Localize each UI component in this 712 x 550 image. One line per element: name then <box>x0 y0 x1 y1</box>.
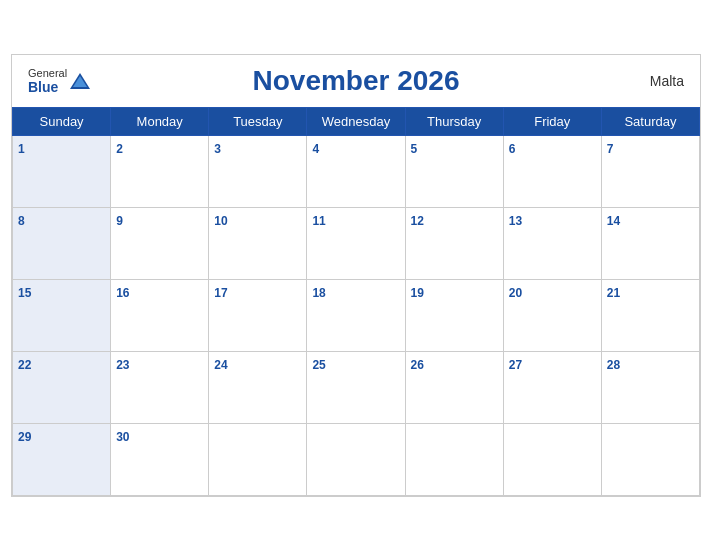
weekday-header-row: Sunday Monday Tuesday Wednesday Thursday… <box>13 107 700 135</box>
calendar-cell: 9 <box>111 207 209 279</box>
calendar-cell: 18 <box>307 279 405 351</box>
calendar-cell: 16 <box>111 279 209 351</box>
calendar-cell: 8 <box>13 207 111 279</box>
calendar-cell: 1 <box>13 135 111 207</box>
calendar-cell: 4 <box>307 135 405 207</box>
calendar-cell <box>405 423 503 495</box>
week-row-5: 2930 <box>13 423 700 495</box>
calendar-cell: 21 <box>601 279 699 351</box>
date-number: 15 <box>18 286 31 300</box>
date-number: 6 <box>509 142 516 156</box>
date-number: 14 <box>607 214 620 228</box>
calendar-cell: 22 <box>13 351 111 423</box>
calendar-cell: 30 <box>111 423 209 495</box>
header-thursday: Thursday <box>405 107 503 135</box>
calendar-cell: 20 <box>503 279 601 351</box>
week-row-4: 22232425262728 <box>13 351 700 423</box>
date-number: 30 <box>116 430 129 444</box>
date-number: 1 <box>18 142 25 156</box>
date-number: 25 <box>312 358 325 372</box>
date-number: 4 <box>312 142 319 156</box>
calendar-cell <box>601 423 699 495</box>
calendar-cell: 28 <box>601 351 699 423</box>
calendar-cell: 24 <box>209 351 307 423</box>
date-number: 9 <box>116 214 123 228</box>
country-label: Malta <box>650 73 684 89</box>
date-number: 23 <box>116 358 129 372</box>
calendar-cell <box>503 423 601 495</box>
date-number: 11 <box>312 214 325 228</box>
month-title: November 2026 <box>252 65 459 97</box>
calendar-cell <box>209 423 307 495</box>
logo-general: General <box>28 67 67 79</box>
calendar-cell <box>307 423 405 495</box>
calendar-cell: 15 <box>13 279 111 351</box>
date-number: 7 <box>607 142 614 156</box>
calendar-cell: 3 <box>209 135 307 207</box>
date-number: 24 <box>214 358 227 372</box>
date-number: 29 <box>18 430 31 444</box>
calendar-cell: 12 <box>405 207 503 279</box>
calendar-cell: 26 <box>405 351 503 423</box>
calendar-cell: 14 <box>601 207 699 279</box>
calendar-cell: 7 <box>601 135 699 207</box>
calendar-container: General Blue November 2026 Malta Sunday … <box>11 54 701 497</box>
header-tuesday: Tuesday <box>209 107 307 135</box>
date-number: 19 <box>411 286 424 300</box>
header-monday: Monday <box>111 107 209 135</box>
week-row-3: 15161718192021 <box>13 279 700 351</box>
date-number: 20 <box>509 286 522 300</box>
date-number: 3 <box>214 142 221 156</box>
header-sunday: Sunday <box>13 107 111 135</box>
date-number: 13 <box>509 214 522 228</box>
week-row-2: 891011121314 <box>13 207 700 279</box>
date-number: 8 <box>18 214 25 228</box>
date-number: 17 <box>214 286 227 300</box>
date-number: 27 <box>509 358 522 372</box>
date-number: 18 <box>312 286 325 300</box>
calendar-cell: 6 <box>503 135 601 207</box>
header-saturday: Saturday <box>601 107 699 135</box>
date-number: 26 <box>411 358 424 372</box>
calendar-cell: 29 <box>13 423 111 495</box>
calendar-cell: 17 <box>209 279 307 351</box>
calendar-cell: 2 <box>111 135 209 207</box>
date-number: 22 <box>18 358 31 372</box>
week-row-1: 1234567 <box>13 135 700 207</box>
header-friday: Friday <box>503 107 601 135</box>
date-number: 12 <box>411 214 424 228</box>
date-number: 21 <box>607 286 620 300</box>
header-wednesday: Wednesday <box>307 107 405 135</box>
logo-area: General Blue <box>28 67 90 95</box>
calendar-cell: 13 <box>503 207 601 279</box>
calendar-cell: 23 <box>111 351 209 423</box>
calendar-table: Sunday Monday Tuesday Wednesday Thursday… <box>12 107 700 496</box>
date-number: 16 <box>116 286 129 300</box>
calendar-cell: 19 <box>405 279 503 351</box>
date-number: 28 <box>607 358 620 372</box>
date-number: 10 <box>214 214 227 228</box>
calendar-cell: 11 <box>307 207 405 279</box>
calendar-cell: 25 <box>307 351 405 423</box>
calendar-cell: 5 <box>405 135 503 207</box>
calendar-header: General Blue November 2026 Malta <box>12 55 700 107</box>
date-number: 5 <box>411 142 418 156</box>
logo-blue: Blue <box>28 79 67 95</box>
calendar-cell: 27 <box>503 351 601 423</box>
logo-icon <box>70 73 90 89</box>
date-number: 2 <box>116 142 123 156</box>
calendar-cell: 10 <box>209 207 307 279</box>
